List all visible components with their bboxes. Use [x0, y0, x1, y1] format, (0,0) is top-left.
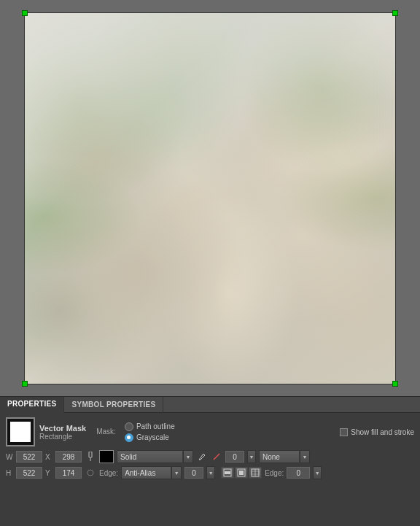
- tab-properties[interactable]: PROPERTIES: [0, 397, 64, 413]
- canvas-area: [0, 0, 420, 396]
- tab-symbol-properties[interactable]: SYMBOL PROPERTIES: [64, 397, 163, 413]
- dim-w-input[interactable]: [16, 451, 42, 463]
- mask-thumbnail[interactable]: [6, 417, 35, 446]
- corner-handle-tl[interactable]: [22, 10, 28, 16]
- dim-w-group: W: [6, 451, 42, 463]
- svg-rect-8: [239, 471, 244, 475]
- dim-w-label: W: [6, 453, 15, 461]
- edge-unit-arrow[interactable]: ▼: [206, 466, 215, 479]
- dim-x-label: X: [45, 453, 54, 461]
- solid-label: Solid: [120, 453, 136, 461]
- radio-path-circle[interactable]: [125, 422, 133, 431]
- pen-icon-btn[interactable]: [196, 451, 208, 463]
- mask-thumb-inner: [7, 419, 34, 445]
- solid-dropdown-wrap: Solid ▼: [117, 450, 193, 463]
- show-fill-checkbox[interactable]: [340, 428, 348, 436]
- dim-h-label: H: [6, 469, 15, 477]
- edge-unit-arrow-2[interactable]: ▼: [313, 466, 322, 479]
- mask-colon: Mask:: [96, 428, 116, 436]
- dim-y-label: Y: [45, 469, 54, 477]
- corner-handle-bl[interactable]: [22, 381, 28, 387]
- corner-handle-tr[interactable]: [392, 10, 398, 16]
- slash-icon-btn[interactable]: [211, 451, 222, 463]
- align-btn-group: [221, 467, 262, 479]
- properties-panel: PROPERTIES SYMBOL PROPERTIES Vector Mask…: [0, 396, 420, 526]
- mask-radio-options: Path outline Grayscale: [125, 422, 335, 442]
- show-fill-label: Show fill and stroke: [351, 428, 414, 436]
- radio-grayscale-circle[interactable]: [125, 433, 133, 442]
- svg-line-2: [203, 454, 205, 455]
- mask-info-row: Vector Mask Rectangle Mask: Path outline…: [6, 417, 414, 446]
- svg-line-3: [214, 454, 219, 460]
- mask-label-group: Vector Mask Rectangle: [39, 424, 86, 441]
- none-label: None: [262, 453, 280, 461]
- mask-shape-label: Rectangle: [39, 433, 86, 441]
- radio-path-label: Path outline: [136, 422, 175, 430]
- color-swatch[interactable]: [99, 450, 114, 463]
- show-fill-group: Show fill and stroke: [340, 428, 414, 436]
- radio-grayscale-label: Grayscale: [136, 433, 169, 441]
- antialias-label: Anti-Alias: [125, 469, 155, 477]
- mask-thumb-rect: [10, 422, 31, 442]
- none-dropdown-wrap: None ▼: [259, 450, 310, 463]
- svg-rect-6: [225, 471, 230, 474]
- antialias-dropdown[interactable]: Anti-Alias: [121, 466, 171, 479]
- link-icon[interactable]: [85, 451, 96, 463]
- dim-x-group: X: [45, 451, 82, 463]
- mask-type-label: Vector Mask: [39, 424, 86, 433]
- dim-h-group: H: [6, 467, 42, 479]
- edge-label-2: Edge:: [265, 469, 284, 477]
- panel-tabs: PROPERTIES SYMBOL PROPERTIES: [0, 397, 420, 413]
- radio-grayscale[interactable]: Grayscale: [125, 433, 335, 442]
- svg-rect-0: [89, 452, 92, 457]
- radio-path-outline[interactable]: Path outline: [125, 422, 335, 431]
- corner-handle-br[interactable]: [392, 381, 398, 387]
- none-dropdown[interactable]: None: [259, 450, 299, 463]
- dim-h-input[interactable]: [16, 467, 42, 479]
- align-btn-2[interactable]: [235, 467, 248, 479]
- flower-image: [25, 13, 395, 384]
- canvas-frame: [24, 12, 396, 384]
- solid-dropdown[interactable]: Solid: [117, 450, 182, 463]
- antialias-arrow[interactable]: ▼: [171, 466, 182, 479]
- edge-row: H Y Edge: Anti-Alias ▼: [6, 466, 414, 479]
- stroke-unit-arrow[interactable]: ▼: [247, 450, 256, 463]
- edge-value-2[interactable]: [287, 467, 310, 479]
- canvas-image: [25, 13, 395, 384]
- dim-x-input[interactable]: [55, 451, 82, 463]
- panel-content: Vector Mask Rectangle Mask: Path outline…: [0, 413, 420, 484]
- dim-y-group: Y: [45, 467, 82, 479]
- antialias-dropdown-wrap: Anti-Alias ▼: [121, 466, 182, 479]
- edge-label-1: Edge:: [99, 469, 118, 477]
- edge-value-1[interactable]: [184, 467, 203, 479]
- align-btn-1[interactable]: [221, 467, 234, 479]
- svg-point-4: [88, 470, 93, 476]
- solid-dropdown-arrow[interactable]: ▼: [183, 450, 193, 463]
- link-icon-2[interactable]: [85, 467, 96, 479]
- none-dropdown-arrow[interactable]: ▼: [300, 450, 310, 463]
- mask-label-static: Mask:: [96, 428, 116, 436]
- stroke-value-input[interactable]: [225, 451, 244, 463]
- dimensions-row: W X Solid ▼: [6, 450, 414, 463]
- align-btn-3[interactable]: [249, 467, 262, 479]
- tab-properties-label: PROPERTIES: [7, 400, 56, 408]
- tab-symbol-label: SYMBOL PROPERTIES: [71, 401, 155, 409]
- dim-y-input[interactable]: [55, 467, 82, 479]
